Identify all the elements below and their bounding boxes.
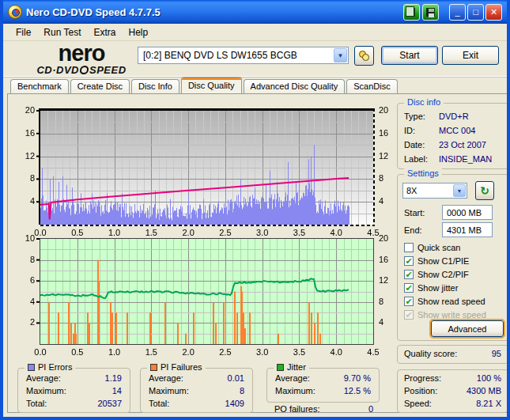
- pi-errors-chart: [12, 98, 395, 236]
- menu-extra[interactable]: Extra: [87, 25, 122, 40]
- drive-select-value: [0:2] BENQ DVD LS DW1655 BCGB: [138, 50, 333, 61]
- label: Average:: [26, 373, 61, 383]
- pi-errors-swatch: [28, 364, 35, 371]
- checkbox-icon: [404, 270, 414, 279]
- disc-icon: [79, 66, 89, 74]
- speed-label: Speed:: [404, 399, 432, 408]
- advanced-button[interactable]: Advanced: [431, 320, 504, 337]
- speed-select-value: 8X: [403, 186, 452, 195]
- progress-label: Progress:: [404, 373, 441, 383]
- tab-scandisc[interactable]: ScanDisc: [346, 79, 397, 93]
- checkbox-show-write-speed: Show write speed: [404, 310, 486, 320]
- logo-cddvd: CD·DVD: [36, 65, 79, 75]
- label: Total:: [26, 399, 47, 408]
- checkbox-show-jitter[interactable]: Show jitter: [404, 283, 458, 293]
- checkbox-show-c1-pie[interactable]: Show C1/PIE: [404, 256, 469, 266]
- disc-info-title: Disc info: [404, 97, 444, 107]
- value: 20537: [97, 399, 122, 408]
- value: 0.01: [228, 373, 244, 383]
- drive-select[interactable]: [0:2] BENQ DVD LS DW1655 BCGB ▼: [138, 47, 349, 64]
- disc-id-value: MCC 004: [439, 126, 475, 135]
- value: 1409: [225, 399, 244, 408]
- copy-report-button[interactable]: [403, 4, 420, 21]
- quality-score-value: 95: [492, 349, 501, 358]
- start-field-label: Start:: [404, 208, 425, 218]
- pi-failures-title: PI Failures: [161, 362, 202, 372]
- progress-value: 100 %: [477, 373, 501, 383]
- checkbox-label: Quick scan: [417, 243, 460, 252]
- pi-errors-stats-box: PI Errors Average:1.19 Maximum:14 Total:…: [17, 368, 130, 413]
- disc-type-label: Type:: [404, 112, 425, 121]
- cdvd-speed-logo-text: CD·DVD SPEED: [30, 65, 133, 75]
- chevron-down-icon[interactable]: ▼: [334, 48, 347, 62]
- checkbox-label: Show C2/PIF: [417, 270, 469, 279]
- tab-disc-info[interactable]: Disc Info: [131, 79, 179, 93]
- position-label: Position:: [404, 386, 437, 395]
- end-field-label: End:: [404, 225, 422, 235]
- minimize-button[interactable]: _: [449, 4, 466, 21]
- po-failures-row: PO failures: 0: [274, 404, 373, 414]
- tab-advanced-disc-quality[interactable]: Advanced Disc Quality: [244, 79, 346, 93]
- pi-failures-stats-box: PI Failures Average:0.01 Maximum:8 Total…: [140, 368, 253, 413]
- tab-disc-quality[interactable]: Disc Quality: [181, 77, 242, 93]
- label: Total:: [149, 399, 169, 408]
- pi-errors-title: PI Errors: [38, 362, 72, 372]
- pi-errors-legend: PI Errors: [25, 362, 75, 372]
- value: 9.70 %: [344, 373, 371, 383]
- disc-date-value: 23 Oct 2007: [439, 140, 486, 149]
- menu-file[interactable]: File: [9, 25, 37, 40]
- checkbox-label: Show jitter: [417, 283, 458, 293]
- exit-button[interactable]: Exit: [442, 46, 499, 65]
- checkbox-show-read-speed[interactable]: Show read speed: [404, 297, 485, 306]
- jitter-stats-box: Jitter Average:9.70 % Maximum:12.5 %: [266, 368, 380, 403]
- checkbox-label: Show write speed: [417, 310, 486, 320]
- checkbox-show-c2-pif[interactable]: Show C2/PIF: [404, 270, 469, 279]
- start-field[interactable]: 0000 MB: [442, 205, 493, 220]
- jitter-legend: Jitter: [274, 362, 309, 372]
- checkbox-icon: [404, 256, 414, 266]
- settings-box: Settings 8X ▼ ↻ Start: 0000 MB End: 4301…: [397, 174, 508, 341]
- save-icon: [426, 8, 435, 17]
- pi-failures-swatch: [150, 364, 157, 371]
- title-bar[interactable]: Nero CD-DVD Speed 4.7.7.5 _ □ ✕: [3, 0, 507, 24]
- position-value: 4300 MB: [467, 386, 501, 395]
- disc-info-box: Disc info Type: DVD+R ID: MCC 004 Date: …: [397, 103, 508, 169]
- checkbox-label: Show read speed: [417, 297, 485, 306]
- end-field[interactable]: 4301 MB: [442, 222, 493, 237]
- pi-failures-jitter-chart: [12, 233, 395, 360]
- save-report-button[interactable]: [422, 4, 439, 21]
- checkbox-icon: [404, 243, 414, 252]
- checkbox-quick-scan[interactable]: Quick scan: [404, 243, 460, 252]
- start-button[interactable]: Start: [381, 46, 438, 65]
- burn-discs-icon: [359, 51, 370, 62]
- app-window: Nero CD-DVD Speed 4.7.7.5 _ □ ✕ File Run…: [0, 0, 510, 420]
- header: nero CD·DVD SPEED [0:2] BENQ DVD LS DW16…: [3, 41, 507, 78]
- close-button[interactable]: ✕: [485, 4, 502, 21]
- copy-icon: [408, 8, 415, 17]
- disc-date-label: Date:: [404, 140, 425, 149]
- nero-logo-text: nero: [30, 42, 133, 65]
- nero-logo: nero CD·DVD SPEED: [30, 42, 133, 75]
- tab-create-disc[interactable]: Create Disc: [70, 79, 130, 93]
- label: Maximum:: [26, 386, 66, 395]
- refresh-icon: ↻: [480, 184, 489, 197]
- label: Maximum:: [149, 386, 189, 395]
- drive-options-button[interactable]: [354, 46, 374, 66]
- menu-help[interactable]: Help: [123, 25, 155, 40]
- value: 12.5 %: [344, 386, 371, 395]
- label: Average:: [149, 373, 183, 383]
- disc-label-value: INSIDE_MAN: [439, 154, 492, 164]
- app-icon: [8, 5, 22, 19]
- settings-title: Settings: [404, 168, 442, 178]
- tab-benchmark[interactable]: Benchmark: [10, 79, 69, 93]
- menu-bar: File Run Test Extra Help: [3, 24, 507, 41]
- checkbox-icon: [404, 297, 414, 306]
- speed-value: 8.21 X: [476, 399, 501, 408]
- disc-type-value: DVD+R: [439, 112, 469, 121]
- speed-select[interactable]: 8X ▼: [402, 183, 467, 199]
- chevron-down-icon[interactable]: ▼: [453, 184, 466, 197]
- maximize-button[interactable]: □: [467, 4, 484, 21]
- refresh-button[interactable]: ↻: [475, 181, 494, 200]
- checkbox-icon: [404, 310, 414, 320]
- menu-run-test[interactable]: Run Test: [37, 25, 87, 40]
